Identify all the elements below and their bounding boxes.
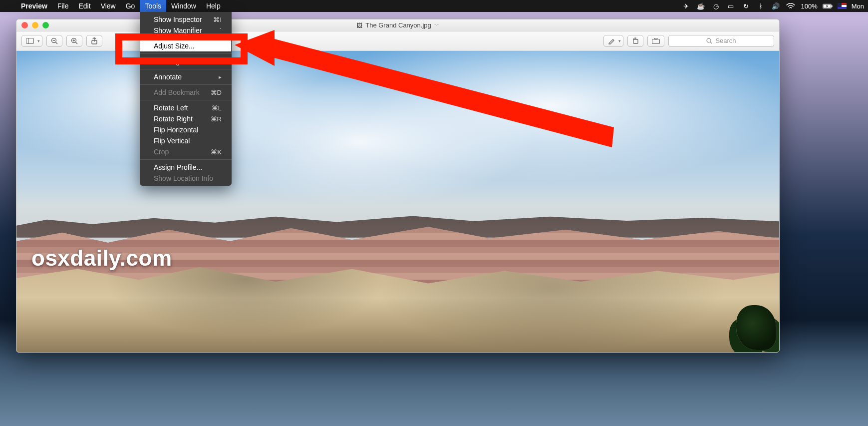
menu-item-add-bookmark: Add Bookmark⌘D [140,87,232,98]
search-icon [706,38,712,44]
sidebar-toggle-button[interactable] [21,35,42,47]
svg-line-6 [56,42,58,44]
menu-item-label: Show Location Info [154,174,213,182]
menu-item-label: Rotate Left [154,104,188,112]
svg-rect-13 [633,39,638,43]
wifi-icon[interactable] [786,3,796,9]
svg-rect-3 [26,38,34,43]
menu-item-label: Assign Profile... [154,163,202,171]
menu-item-show-inspector[interactable]: Show Inspector⌘I [140,14,232,25]
menu-item-show-location-info: Show Location Info [140,173,232,184]
timemachine-icon[interactable]: ◷ [711,2,721,10]
edit-toolbar-button[interactable] [647,35,664,47]
apple-menu[interactable] [0,0,16,12]
menu-item-crop: Crop⌘K [140,146,232,157]
image-bush [736,305,776,350]
menu-item-shortcut: ⌘R [211,115,222,123]
menu-window[interactable]: Window [166,0,201,12]
share-button[interactable] [86,35,102,47]
menu-item-label: Flip Vertical [154,137,190,145]
menu-item-annotate[interactable]: Annotate [140,71,232,82]
svg-line-17 [710,42,712,43]
search-input[interactable]: Search [668,35,774,47]
menu-item-flip-horizontal[interactable]: Flip Horizontal [140,124,232,135]
annotation-highlight-box [115,33,248,64]
battery-percent: 100% [801,2,817,10]
svg-rect-2 [832,5,833,7]
menu-item-rotate-right[interactable]: Rotate Right⌘R [140,113,232,124]
menu-file[interactable]: File [52,0,74,12]
watermark-text: osxdaily.com [31,246,172,271]
airdrop-icon[interactable]: ✈ [681,2,691,10]
svg-line-9 [76,42,78,44]
zoom-in-button[interactable] [66,35,82,47]
window-titlebar[interactable]: 🖼 The Grand Canyon.jpg ﹀ [16,19,779,31]
menu-item-shortcut: ⌘D [211,89,222,96]
menu-view[interactable]: View [96,0,121,12]
close-button[interactable] [21,22,28,28]
volume-icon[interactable]: 🔊 [771,2,781,10]
menu-item-assign-profile[interactable]: Assign Profile... [140,162,232,173]
menu-item-label: Crop [154,148,169,156]
title-chevron-icon[interactable]: ﹀ [434,22,439,29]
zoom-out-button[interactable] [46,35,62,47]
search-placeholder: Search [715,37,736,44]
image-viewport[interactable]: osxdaily.com [16,51,779,352]
minimize-button[interactable] [32,22,38,28]
app-menu[interactable]: Preview [16,0,52,12]
clock-icon[interactable]: ↻ [741,2,751,10]
preview-window: 🖼 The Grand Canyon.jpg ﹀ Search [16,19,780,353]
menu-item-label: Show Inspector [154,15,202,23]
svg-point-16 [707,38,711,42]
menu-item-label: Annotate [154,73,182,81]
svg-rect-15 [654,38,657,39]
battery-icon[interactable] [823,3,833,9]
input-flag-icon[interactable] [838,3,847,9]
menu-item-label: Add Bookmark [154,88,200,96]
window-traffic-lights [21,22,49,28]
menu-help[interactable]: Help [201,0,226,12]
menu-separator [140,84,232,85]
coffee-icon[interactable]: ☕ [696,2,706,10]
menu-separator [140,159,232,160]
menu-item-label: Rotate Right [154,115,193,123]
menu-go[interactable]: Go [121,0,140,12]
menu-edit[interactable]: Edit [74,0,96,12]
clock-day[interactable]: Mon [852,2,864,10]
document-icon: 🖼 [356,22,362,29]
menu-item-flip-vertical[interactable]: Flip Vertical [140,135,232,146]
display-icon[interactable]: ▭ [726,2,736,10]
menu-item-shortcut: ⌘K [211,148,222,156]
menu-separator [140,69,232,69]
maximize-button[interactable] [42,22,49,28]
markup-button[interactable] [603,35,623,47]
menu-item-rotate-left[interactable]: Rotate Left⌘L [140,102,232,113]
window-title: The Grand Canyon.jpg [365,21,431,29]
svg-rect-14 [652,39,660,43]
rotate-button[interactable] [627,35,643,47]
menu-item-shortcut: ⌘I [213,16,222,23]
menu-separator [140,100,232,100]
menu-item-label: Flip Horizontal [154,126,198,134]
menu-item-shortcut: ⌘L [212,104,222,112]
macos-menubar: Preview File Edit View Go Tools Window H… [0,0,868,12]
bluetooth-icon[interactable]: ᚼ [756,2,766,10]
menu-tools[interactable]: Tools [140,0,166,12]
